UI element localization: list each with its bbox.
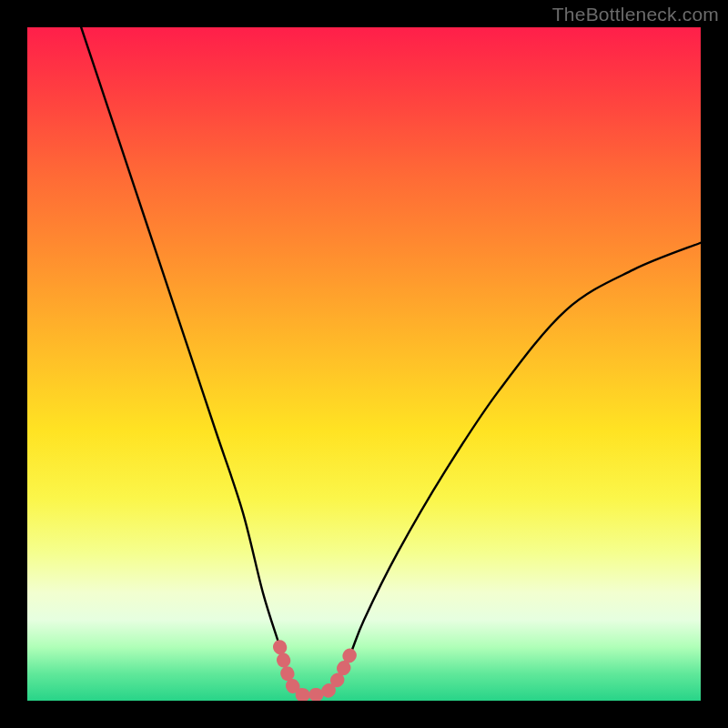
chart-frame: TheBottleneck.com (0, 0, 728, 728)
watermark-text: TheBottleneck.com (552, 4, 719, 25)
bottom-highlight (280, 647, 351, 695)
main-curve (81, 27, 701, 695)
plot-area (27, 27, 701, 701)
chart-svg (27, 27, 701, 701)
